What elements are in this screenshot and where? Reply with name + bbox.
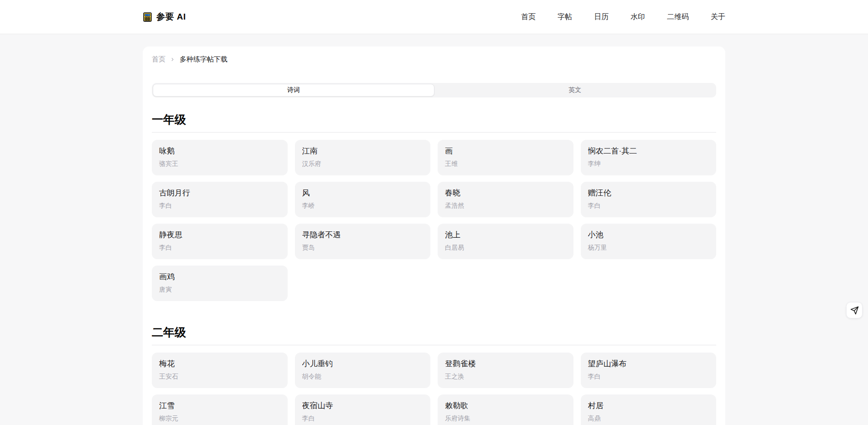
poem-author: 李白: [159, 243, 280, 252]
poem-author: 汉乐府: [302, 159, 424, 168]
tab-english[interactable]: 英文: [434, 84, 715, 97]
header: 参要 AI 首页字帖日历水印二维码关于: [0, 0, 868, 34]
nav-item-about[interactable]: 关于: [711, 12, 725, 22]
header-container: 参要 AI 首页字帖日历水印二维码关于: [143, 0, 725, 34]
poem-author: 李白: [159, 201, 280, 210]
poem-author: 骆宾王: [159, 159, 280, 168]
content-panel: 首页 多种练字帖下载 诗词英文 一年级咏鹅骆宾王江南汉乐府画王维悯农二首·其二李…: [143, 46, 725, 425]
breadcrumb-current: 多种练字帖下载: [180, 55, 227, 64]
section-divider: [152, 132, 716, 133]
tab-poetry[interactable]: 诗词: [153, 84, 434, 97]
nav-item-copybook[interactable]: 字帖: [558, 12, 572, 22]
poem-author: 李峤: [302, 201, 424, 210]
main-nav: 首页字帖日历水印二维码关于: [521, 12, 725, 22]
nav-item-home[interactable]: 首页: [521, 12, 536, 22]
poem-author: 白居易: [445, 243, 566, 252]
poem-card[interactable]: 咏鹅骆宾王: [152, 140, 288, 175]
poem-author: 胡令能: [302, 372, 424, 381]
calculator-icon: [143, 12, 152, 22]
poem-title: 小儿垂钓: [302, 358, 424, 369]
poem-card[interactable]: 小池杨万里: [581, 224, 717, 259]
poem-title: 敕勒歌: [445, 400, 566, 411]
poem-title: 登鹳雀楼: [445, 358, 566, 369]
nav-item-watermark[interactable]: 水印: [630, 12, 645, 22]
poem-card[interactable]: 夜宿山寺李白: [295, 394, 431, 425]
poem-title: 风: [302, 188, 424, 198]
brand[interactable]: 参要 AI: [143, 11, 186, 23]
breadcrumb: 首页 多种练字帖下载: [152, 55, 716, 64]
poem-author: 李白: [302, 414, 424, 423]
poem-card[interactable]: 古朗月行李白: [152, 182, 288, 217]
poem-card[interactable]: 赠汪伦李白: [581, 182, 717, 217]
poem-card[interactable]: 梅花王安石: [152, 353, 288, 388]
poem-card[interactable]: 静夜思李白: [152, 224, 288, 259]
poem-card[interactable]: 登鹳雀楼王之涣: [438, 353, 574, 388]
nav-item-qrcode[interactable]: 二维码: [667, 12, 689, 22]
poem-card[interactable]: 风李峤: [295, 182, 431, 217]
poem-card[interactable]: 悯农二首·其二李绅: [581, 140, 717, 175]
poem-author: 王之涣: [445, 372, 566, 381]
poem-title: 画: [445, 146, 566, 156]
poem-card[interactable]: 春晓孟浩然: [438, 182, 574, 217]
main-content: 首页 多种练字帖下载 诗词英文 一年级咏鹅骆宾王江南汉乐府画王维悯农二首·其二李…: [0, 46, 868, 425]
grade-section: 二年级梅花王安石小儿垂钓胡令能登鹳雀楼王之涣望庐山瀑布李白江雪柳宗元夜宿山寺李白…: [152, 325, 716, 425]
send-icon: [850, 306, 859, 315]
poem-title: 春晓: [445, 188, 566, 198]
poem-title: 夜宿山寺: [302, 400, 424, 411]
poem-grid: 梅花王安石小儿垂钓胡令能登鹳雀楼王之涣望庐山瀑布李白江雪柳宗元夜宿山寺李白敕勒歌…: [152, 353, 716, 425]
chevron-right-icon: [170, 57, 175, 62]
poem-card[interactable]: 小儿垂钓胡令能: [295, 353, 431, 388]
grade-section: 一年级咏鹅骆宾王江南汉乐府画王维悯农二首·其二李绅古朗月行李白风李峤春晓孟浩然赠…: [152, 112, 716, 301]
poem-card[interactable]: 池上白居易: [438, 224, 574, 259]
poem-card[interactable]: 江雪柳宗元: [152, 394, 288, 425]
breadcrumb-home[interactable]: 首页: [152, 55, 165, 64]
poem-title: 池上: [445, 230, 566, 240]
poem-author: 王安石: [159, 372, 280, 381]
poem-grid: 咏鹅骆宾王江南汉乐府画王维悯农二首·其二李绅古朗月行李白风李峤春晓孟浩然赠汪伦李…: [152, 140, 716, 301]
section-divider: [152, 345, 716, 345]
poem-title: 画鸡: [159, 271, 280, 282]
poem-card[interactable]: 江南汉乐府: [295, 140, 431, 175]
poem-author: 柳宗元: [159, 414, 280, 423]
poem-card[interactable]: 画王维: [438, 140, 574, 175]
poem-author: 孟浩然: [445, 201, 566, 210]
poem-title: 江南: [302, 146, 424, 156]
nav-item-calendar[interactable]: 日历: [594, 12, 609, 22]
poem-author: 唐寅: [159, 285, 280, 294]
poem-title: 江雪: [159, 400, 280, 411]
poem-author: 高鼎: [588, 414, 709, 423]
tab-bar: 诗词英文: [152, 83, 716, 97]
poem-card[interactable]: 画鸡唐寅: [152, 266, 288, 301]
poem-author: 王维: [445, 159, 566, 168]
poem-author: 李白: [588, 372, 709, 381]
brand-name: 参要 AI: [156, 11, 186, 23]
poem-author: 乐府诗集: [445, 414, 566, 423]
poem-title: 静夜思: [159, 230, 280, 240]
poem-author: 李白: [588, 201, 709, 210]
poem-title: 村居: [588, 400, 709, 411]
poem-author: 贾岛: [302, 243, 424, 252]
poem-title: 咏鹅: [159, 146, 280, 156]
section-title: 二年级: [152, 325, 716, 339]
sections-container: 一年级咏鹅骆宾王江南汉乐府画王维悯农二首·其二李绅古朗月行李白风李峤春晓孟浩然赠…: [152, 112, 716, 425]
feedback-button[interactable]: [846, 302, 863, 318]
poem-card[interactable]: 望庐山瀑布李白: [581, 353, 717, 388]
poem-title: 古朗月行: [159, 188, 280, 198]
poem-card[interactable]: 敕勒歌乐府诗集: [438, 394, 574, 425]
poem-title: 梅花: [159, 358, 280, 369]
poem-author: 杨万里: [588, 243, 709, 252]
poem-author: 李绅: [588, 159, 709, 168]
poem-title: 悯农二首·其二: [588, 146, 709, 156]
poem-title: 小池: [588, 230, 709, 240]
poem-title: 赠汪伦: [588, 188, 709, 198]
poem-title: 寻隐者不遇: [302, 230, 424, 240]
section-title: 一年级: [152, 112, 716, 127]
poem-card[interactable]: 村居高鼎: [581, 394, 717, 425]
poem-card[interactable]: 寻隐者不遇贾岛: [295, 224, 431, 259]
poem-title: 望庐山瀑布: [588, 358, 709, 369]
